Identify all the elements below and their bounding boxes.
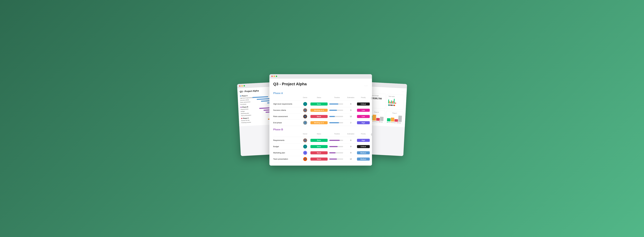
priority-badge: High xyxy=(357,121,370,124)
phase-a-heading: Phase A xyxy=(273,92,368,95)
main-title: Q3 - Project Alpha xyxy=(273,82,307,86)
phase-a-dot xyxy=(240,95,241,96)
priority-badge: Critical xyxy=(357,145,370,148)
timeline xyxy=(329,116,345,117)
table-row: Risks assessment 👤 Stuck 12 Low xyxy=(273,113,368,120)
table-row: High-level requirements 👤 Done 6 Critica… xyxy=(273,101,368,107)
phase-c-chart: Phase C Done Working on it Stuck xyxy=(386,111,404,125)
col-timeline: Timeline xyxy=(329,97,345,100)
col-estimation-b: Estimation xyxy=(345,133,356,136)
avatar: 👤 xyxy=(303,138,307,142)
add-task-button[interactable]: + xyxy=(371,97,372,100)
status-badge: Stuck xyxy=(310,115,328,118)
estimation: 9 xyxy=(345,109,356,111)
phase-c-bars xyxy=(387,114,402,122)
main-window: Q3 - Project Alpha ··· Phase A Owner Sta… xyxy=(270,74,372,166)
main-titlebar xyxy=(270,74,372,79)
status-badge: Stuck xyxy=(310,157,328,161)
col-owner: Owner xyxy=(301,97,309,100)
task-name: High-level requirements xyxy=(273,103,301,105)
priority-badge: Low xyxy=(357,115,370,118)
estimation: 2 xyxy=(345,122,356,124)
team-avatars xyxy=(388,104,402,107)
phase-a-table-header: Owner Status Timeline Estimation Priorit… xyxy=(273,96,368,101)
status-badge: Done xyxy=(310,139,328,142)
phase-b-table-header: Owner Status Timeline Estimation Priorit… xyxy=(273,132,368,137)
gantt-bar xyxy=(252,96,268,98)
task-name: Success criteria xyxy=(273,109,301,111)
priority-badge: Medium xyxy=(357,151,370,154)
estimation: 6 xyxy=(345,103,356,105)
timeline xyxy=(329,140,345,141)
estimation: 12 xyxy=(345,115,356,117)
avatar: 👤 xyxy=(303,115,307,118)
status-badge: Done xyxy=(310,145,328,148)
timeline xyxy=(329,152,345,153)
table-row: Success criteria 👤 Working on it 9 Low xyxy=(273,107,368,113)
team-tasks-title: Team tasks xyxy=(388,96,402,98)
estimation: 12 xyxy=(345,158,356,160)
col-status-b: Status xyxy=(309,133,329,136)
status-badge: Working on it xyxy=(310,121,328,124)
add-task-button-b[interactable]: + xyxy=(371,133,372,136)
task-name: End phase xyxy=(273,122,301,124)
priority-badge: High xyxy=(357,139,370,142)
task-name: Budget xyxy=(273,145,301,148)
col-priority: Priority xyxy=(356,97,370,100)
table-row: Requirements 👤 Done 6 High xyxy=(273,137,368,144)
col-add[interactable]: + xyxy=(370,97,372,100)
table-row: Marketing plan 👤 Stuck 9 Medium xyxy=(273,150,368,156)
dashboard-menu-dots[interactable]: ··· xyxy=(402,90,404,93)
status-badge: Working on it xyxy=(310,109,328,112)
phase-c-chart-title: Phase C xyxy=(387,112,402,114)
timeline xyxy=(329,103,345,105)
budget-value: $180,700 xyxy=(370,97,384,100)
phase-b-heading: Phase B xyxy=(273,128,368,131)
timeline xyxy=(329,122,345,123)
status-badge: Done xyxy=(310,102,328,106)
priority-badge: Low xyxy=(357,109,370,112)
col-status: Status xyxy=(309,97,329,100)
avatar: 👤 xyxy=(303,145,307,148)
team-tasks-chart xyxy=(388,98,402,104)
col-timeline-b: Timeline xyxy=(329,133,345,136)
status-badge: Stuck xyxy=(310,151,328,154)
avatar: 👤 xyxy=(303,151,307,155)
timeline xyxy=(329,158,345,160)
maximize-dot[interactable] xyxy=(276,76,277,77)
minimize-dot[interactable] xyxy=(274,76,275,77)
close-dot[interactable] xyxy=(239,85,240,87)
estimation: 9 xyxy=(345,152,356,154)
budget-title: Current Budget xyxy=(370,95,384,97)
task-name: Requirements xyxy=(273,139,301,141)
task-name: Marketing plan xyxy=(273,152,301,154)
priority-badge: Medium xyxy=(357,157,370,161)
phase-b-dot xyxy=(240,107,242,108)
close-dot[interactable] xyxy=(271,76,273,77)
table-row: End phase 👤 Working on it 2 High xyxy=(273,120,368,126)
phase-c-legend: Done Working on it Stuck xyxy=(387,122,402,124)
scene: Q3 - Project Alpha ··· Phase A High-leve… xyxy=(239,71,405,166)
main-menu-dots[interactable]: ··· xyxy=(364,84,368,87)
mini-avatar xyxy=(394,104,395,106)
avatar: 👤 xyxy=(303,102,307,106)
task-name: Risks assessment xyxy=(273,115,301,117)
col-estimation: Estimation xyxy=(345,97,356,100)
col-priority-b: Priority xyxy=(356,133,370,136)
main-content: Q3 - Project Alpha ··· Phase A Owner Sta… xyxy=(270,79,372,166)
timeline xyxy=(329,110,345,111)
avatar: 👤 xyxy=(303,108,307,112)
avatar: 👤 xyxy=(303,121,307,125)
col-task xyxy=(273,97,301,100)
team-tasks-card: Team tasks xyxy=(386,94,404,110)
minimize-dot[interactable] xyxy=(241,85,243,87)
timeline xyxy=(329,146,345,147)
task-name: Team presentation xyxy=(273,158,301,160)
phase-c-dot xyxy=(241,118,242,119)
estimation: 6 xyxy=(345,139,356,141)
priority-badge: Critical xyxy=(357,102,370,106)
table-row: Team presentation 👤 Stuck 12 Medium xyxy=(273,156,368,162)
maximize-dot[interactable] xyxy=(244,85,245,87)
estimation: 9 xyxy=(345,145,356,148)
gantt-title: Q3 - Project Alpha xyxy=(240,89,259,93)
